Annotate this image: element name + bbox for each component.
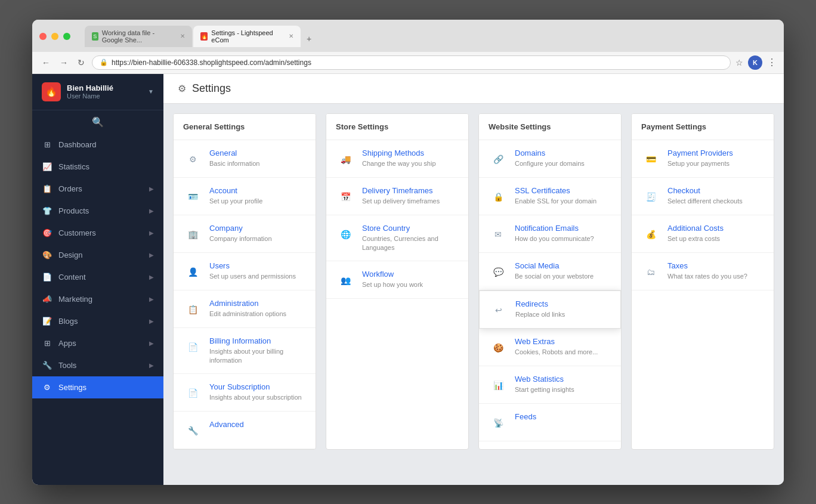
sidebar-item-products[interactable]: 👕 Products ▶ <box>32 200 163 222</box>
close-dot[interactable] <box>39 33 47 40</box>
sidebar-item-label: Orders <box>58 184 143 193</box>
tab-settings[interactable]: 🔥 Settings - Lightspeed eCom ✕ <box>193 26 301 47</box>
subscription-title: Your Subscription <box>209 382 306 391</box>
settings-item-ssl[interactable]: 🔒 SSL Certificates Enable SSL for your d… <box>479 178 621 215</box>
sidebar-item-label: Settings <box>58 383 154 392</box>
design-icon: 🎨 <box>42 251 52 259</box>
web-extras-icon: 🍪 <box>489 338 508 357</box>
settings-item-workflow[interactable]: 👥 Workflow Set up how you work <box>326 261 468 299</box>
sidebar-item-apps[interactable]: ⊞ Apps ▶ <box>32 332 163 354</box>
store-country-desc: Countries, Currencies and Languages <box>362 234 459 253</box>
additional-costs-title: Additional Costs <box>667 224 764 233</box>
blogs-icon: 📝 <box>42 317 52 326</box>
design-arrow-icon: ▶ <box>149 252 154 258</box>
subscription-icon: 📄 <box>183 384 202 403</box>
administration-desc: Edit administration options <box>209 310 306 319</box>
sidebar-item-settings[interactable]: ⚙ Settings <box>32 376 163 398</box>
web-statistics-desc: Start getting insights <box>515 385 611 394</box>
bookmark-icon[interactable]: ☆ <box>735 58 743 67</box>
redirects-title: Redirects <box>515 299 611 308</box>
settings-item-domains[interactable]: 🔗 Domains Configure your domains <box>479 140 621 178</box>
settings-item-store-country[interactable]: 🌐 Store Country Countries, Currencies an… <box>326 215 468 262</box>
workflow-content: Workflow Set up how you work <box>362 270 459 289</box>
menu-icon[interactable]: ⋮ <box>767 57 777 68</box>
marketing-arrow-icon: ▶ <box>149 296 154 302</box>
settings-item-company[interactable]: 🏢 Company Company information <box>174 215 316 253</box>
additional-costs-desc: Set up extra costs <box>667 234 764 243</box>
forward-button[interactable]: → <box>57 57 70 69</box>
workflow-title: Workflow <box>362 270 459 279</box>
sidebar-item-customers[interactable]: 🎯 Customers ▶ <box>32 222 163 244</box>
brand-name: Bien Habillié <box>67 84 142 92</box>
url-bar[interactable]: 🔒 https://bien-habillie-606338.shoplight… <box>92 55 731 70</box>
settings-item-shipping[interactable]: 🚚 Shipping Methods Change the way you sh… <box>326 140 468 178</box>
sidebar-item-dashboard[interactable]: ⊞ Dashboard <box>32 134 163 156</box>
users-content: Users Set up users and permissions <box>209 261 306 281</box>
sidebar-item-marketing[interactable]: 📣 Marketing ▶ <box>32 288 163 310</box>
sidebar-item-orders[interactable]: 📋 Orders ▶ <box>32 178 163 200</box>
settings-item-administration[interactable]: 📋 Administration Edit administration opt… <box>174 290 316 328</box>
new-tab-button[interactable]: + <box>302 30 316 47</box>
sidebar-item-label: Dashboard <box>58 140 154 149</box>
checkout-icon: 🧾 <box>641 187 660 206</box>
sidebar-item-tools[interactable]: 🔧 Tools ▶ <box>32 354 163 376</box>
page-title: Settings <box>192 82 231 95</box>
brand-dropdown-icon: ▼ <box>148 88 154 95</box>
user-avatar[interactable]: K <box>748 55 762 70</box>
apps-icon: ⊞ <box>42 339 52 348</box>
settings-item-web-extras[interactable]: 🍪 Web Extras Cookies, Robots and more... <box>479 329 621 366</box>
sheets-tab-icon: S <box>92 32 98 41</box>
settings-item-subscription[interactable]: 📄 Your Subscription Insights about your … <box>174 374 316 412</box>
general-icon: ⚙ <box>183 150 202 169</box>
general-settings-column: General Settings ⚙ General Basic informa… <box>173 113 316 450</box>
shipping-icon: 🚚 <box>336 150 355 169</box>
settings-item-social-media[interactable]: 💬 Social Media Be social on your webstor… <box>479 253 621 290</box>
store-country-title: Store Country <box>362 224 459 233</box>
settings-item-payment-providers[interactable]: 💳 Payment Providers Setup your payments <box>632 140 774 178</box>
blogs-arrow-icon: ▶ <box>149 318 154 324</box>
settings-item-feeds[interactable]: 📡 Feeds <box>479 404 621 441</box>
settings-item-advanced[interactable]: 🔧 Advanced <box>174 412 316 449</box>
refresh-button[interactable]: ↻ <box>75 57 87 69</box>
settings-item-billing[interactable]: 📄 Billing Information Insights about you… <box>174 328 316 375</box>
administration-title: Administration <box>209 299 306 308</box>
sidebar: 🔥 Bien Habillié User Name ▼ 🔍 ⊞ Dashboar… <box>32 74 163 485</box>
domains-desc: Configure your domains <box>515 159 611 168</box>
dashboard-icon: ⊞ <box>42 140 52 149</box>
apps-arrow-icon: ▶ <box>149 340 154 347</box>
settings-grid: General Settings ⚙ General Basic informa… <box>163 104 784 460</box>
brand-info: Bien Habillié User Name <box>67 84 142 100</box>
settings-tab-close[interactable]: ✕ <box>289 33 293 39</box>
settings-item-users[interactable]: 👤 Users Set up users and permissions <box>174 253 316 290</box>
workflow-icon: 👥 <box>336 271 355 290</box>
settings-item-delivery[interactable]: 📅 Delivery Timeframes Set up delivery ti… <box>326 178 468 215</box>
settings-item-web-statistics[interactable]: 📊 Web Statistics Start getting insights <box>479 366 621 404</box>
maximize-dot[interactable] <box>63 33 70 40</box>
settings-item-additional-costs[interactable]: 💰 Additional Costs Set up extra costs <box>632 215 774 253</box>
settings-item-general[interactable]: ⚙ General Basic information <box>174 140 316 178</box>
settings-item-taxes[interactable]: 🗂 Taxes What tax rates do you use? <box>632 253 774 290</box>
minimize-dot[interactable] <box>51 33 58 40</box>
settings-item-account[interactable]: 🪪 Account Set up your profile <box>174 178 316 215</box>
back-button[interactable]: ← <box>39 57 52 69</box>
taxes-title: Taxes <box>667 261 764 270</box>
sidebar-item-design[interactable]: 🎨 Design ▶ <box>32 244 163 266</box>
feeds-content: Feeds <box>515 412 611 423</box>
website-settings-column: Website Settings 🔗 Domains Configure you… <box>478 113 622 450</box>
sidebar-item-statistics[interactable]: 📈 Statistics <box>32 156 163 178</box>
settings-item-notification-emails[interactable]: ✉ Notification Emails How do you communi… <box>479 215 621 253</box>
general-title: General <box>209 149 306 157</box>
subscription-desc: Insights about your subscription <box>209 393 306 402</box>
tab-sheets[interactable]: S Working data file - Google She... ✕ <box>85 26 192 47</box>
settings-item-checkout[interactable]: 🧾 Checkout Select different checkouts <box>632 178 774 215</box>
sidebar-item-content[interactable]: 📄 Content ▶ <box>32 266 163 288</box>
settings-item-redirects[interactable]: ↩ Redirects Replace old links <box>479 290 621 329</box>
sidebar-search-icon[interactable]: 🔍 <box>32 110 163 134</box>
sheets-tab-close[interactable]: ✕ <box>180 33 185 39</box>
sidebar-item-blogs[interactable]: 📝 Blogs ▶ <box>32 310 163 332</box>
delivery-desc: Set up delivery timeframes <box>362 197 459 206</box>
sidebar-item-label: Marketing <box>58 295 143 304</box>
customers-arrow-icon: ▶ <box>149 230 154 236</box>
url-text: https://bien-habillie-606338.shoplightsp… <box>112 58 311 67</box>
store-column-header: Store Settings <box>326 114 468 140</box>
